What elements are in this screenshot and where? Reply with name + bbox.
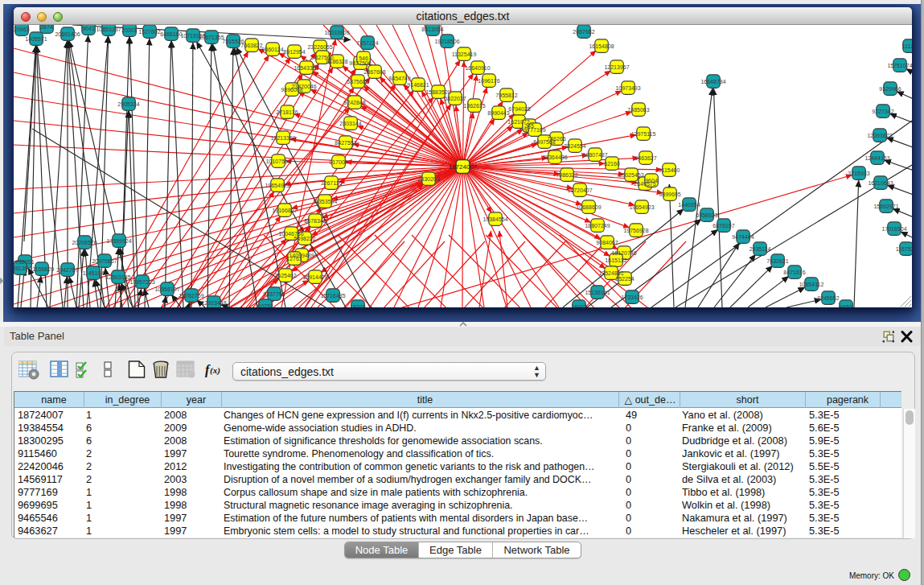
svg-text:8471676: 8471676 <box>783 270 805 275</box>
svg-text:8990443: 8990443 <box>487 110 509 116</box>
svg-text:12761: 12761 <box>286 256 302 262</box>
svg-text:16033809: 16033809 <box>324 30 349 35</box>
svg-text:17016504: 17016504 <box>881 226 906 232</box>
svg-text:16648784: 16648784 <box>700 79 725 84</box>
svg-text:16120746: 16120746 <box>611 250 636 256</box>
svg-text:1615132: 1615132 <box>605 257 626 263</box>
svg-text:9463627: 9463627 <box>634 155 656 161</box>
svg-text:16210643: 16210643 <box>868 180 893 186</box>
svg-text:1096176: 1096176 <box>478 78 499 84</box>
svg-text:917004: 917004 <box>329 159 347 165</box>
svg-text:1733426: 1733426 <box>621 295 643 300</box>
svg-text:19654923: 19654923 <box>265 183 290 188</box>
svg-text:10671355: 10671355 <box>199 35 224 40</box>
svg-text:2803144: 2803144 <box>339 121 361 126</box>
svg-text:9245652: 9245652 <box>817 295 839 301</box>
svg-text:7955812: 7955812 <box>495 93 517 98</box>
svg-text:11353594: 11353594 <box>313 199 338 204</box>
svg-text:19384554: 19384554 <box>483 216 507 222</box>
svg-text:19654923: 19654923 <box>629 204 654 210</box>
svg-text:11325419: 11325419 <box>452 51 477 57</box>
svg-text:9896068: 9896068 <box>281 87 302 93</box>
svg-text:1145194: 1145194 <box>83 270 105 276</box>
svg-text:1527602: 1527602 <box>138 29 160 35</box>
svg-text:10688609: 10688609 <box>576 204 601 210</box>
svg-text:39139: 39139 <box>14 266 28 271</box>
svg-text:7663822: 7663822 <box>240 43 262 48</box>
svg-text:15716485: 15716485 <box>320 293 345 299</box>
svg-text:9146821: 9146821 <box>407 82 429 88</box>
svg-text:5498222: 5498222 <box>294 236 315 241</box>
svg-text:7986322: 7986322 <box>556 172 577 178</box>
svg-text:2830203: 2830203 <box>417 176 439 182</box>
svg-text:8678342: 8678342 <box>304 218 326 224</box>
svg-text:8454749: 8454749 <box>388 76 410 81</box>
svg-text:7625402: 7625402 <box>274 273 296 278</box>
svg-text:13524851: 13524851 <box>598 270 623 276</box>
svg-text:18203: 18203 <box>350 304 366 308</box>
svg-text:23226055: 23226055 <box>307 44 332 50</box>
svg-text:2874: 2874 <box>40 25 53 30</box>
svg-text:10973493: 10973493 <box>615 85 640 91</box>
svg-text:9115460: 9115460 <box>659 167 680 173</box>
svg-text:20975867: 20975867 <box>92 258 117 264</box>
svg-text:10958107: 10958107 <box>154 286 179 292</box>
svg-text:9227342: 9227342 <box>872 109 893 114</box>
svg-text:9474444: 9474444 <box>732 234 754 240</box>
svg-text:9899695: 9899695 <box>659 192 680 197</box>
svg-text:9827508: 9827508 <box>349 60 371 66</box>
svg-text:12213369: 12213369 <box>270 135 295 141</box>
svg-text:2867608: 2867608 <box>363 69 385 75</box>
svg-text:19756928: 19756928 <box>623 228 648 233</box>
svg-text:2942757: 2942757 <box>56 267 78 273</box>
svg-text:3267110: 3267110 <box>321 180 343 186</box>
svg-text:12975115: 12975115 <box>631 131 656 137</box>
svg-text:6879197: 6879197 <box>713 223 734 229</box>
svg-text:(x): (x) <box>210 365 220 376</box>
svg-text:18807249: 18807249 <box>585 223 610 229</box>
svg-text:3824554: 3824554 <box>564 143 585 149</box>
svg-text:10807487: 10807487 <box>582 152 607 158</box>
svg-text:20206576: 20206576 <box>72 240 97 245</box>
svg-text:2935114: 2935114 <box>749 246 771 252</box>
svg-text:6958923: 6958923 <box>696 212 717 218</box>
svg-text:10025453: 10025453 <box>618 172 643 178</box>
svg-text:755051: 755051 <box>15 259 34 265</box>
svg-text:1362615: 1362615 <box>463 103 485 109</box>
svg-text:10752: 10752 <box>257 303 273 308</box>
svg-text:8186328: 8186328 <box>326 59 347 64</box>
svg-text:15883520: 15883520 <box>425 89 450 95</box>
svg-text:9457791: 9457791 <box>263 291 285 297</box>
svg-text:7857224: 7857224 <box>356 40 378 46</box>
svg-text:11156829: 11156829 <box>30 266 54 272</box>
svg-text:15136141: 15136141 <box>585 290 610 295</box>
svg-text:18724007: 18724007 <box>449 163 478 171</box>
svg-text:1440954: 1440954 <box>678 202 700 208</box>
svg-text:3215933: 3215933 <box>848 171 869 176</box>
svg-text:17359924: 17359924 <box>106 238 131 244</box>
svg-text:2905334: 2905334 <box>117 101 139 107</box>
svg-text:10654112: 10654112 <box>799 282 824 287</box>
svg-text:8912954: 8912954 <box>283 49 305 55</box>
svg-text:11123: 11123 <box>902 43 912 49</box>
svg-text:20963: 20963 <box>14 27 30 32</box>
svg-text:9084067: 9084067 <box>596 240 618 245</box>
svg-text:1405571: 1405571 <box>25 36 47 42</box>
svg-text:16782759: 16782759 <box>179 293 203 299</box>
svg-text:19218506: 19218506 <box>434 39 459 44</box>
svg-text:16154808: 16154808 <box>589 43 614 49</box>
svg-text:6497568: 6497568 <box>533 139 555 145</box>
svg-text:10107554: 10107554 <box>265 159 290 164</box>
svg-text:15692971: 15692971 <box>873 204 898 209</box>
svg-text:5822037: 5822037 <box>444 96 466 101</box>
svg-text:15720407: 15720407 <box>567 187 592 193</box>
svg-text:9450: 9450 <box>840 304 852 308</box>
svg-text:6466160: 6466160 <box>160 31 182 37</box>
svg-text:9777169: 9777169 <box>524 127 545 133</box>
svg-text:1167533: 1167533 <box>896 246 912 252</box>
svg-text:21364436: 21364436 <box>542 154 567 160</box>
svg-text:7632621: 7632621 <box>766 258 788 264</box>
svg-text:17957223: 17957223 <box>129 279 154 285</box>
svg-text:12503135: 12503135 <box>105 274 130 280</box>
svg-text:12444153: 12444153 <box>864 155 889 161</box>
